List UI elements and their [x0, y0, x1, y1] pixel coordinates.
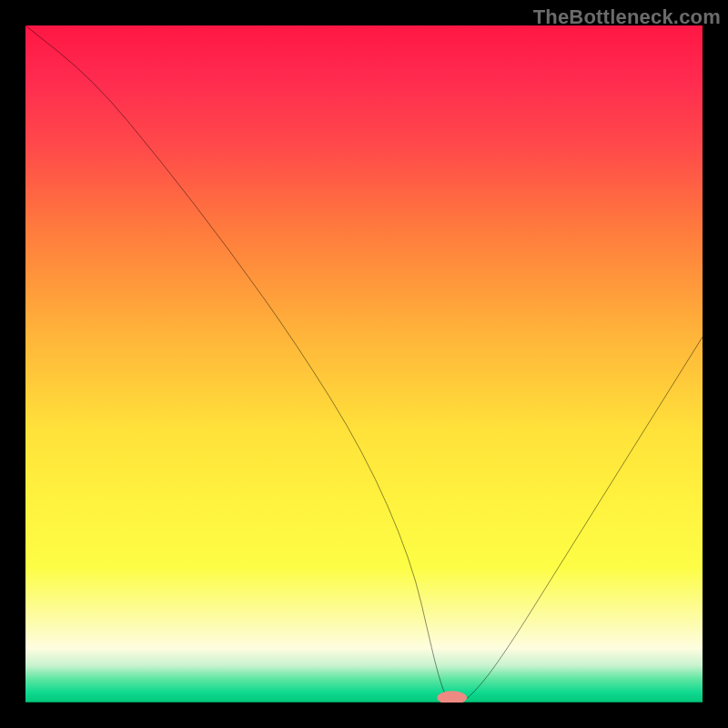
- chart-stage: TheBottleneck.com: [0, 0, 728, 728]
- chart-svg: [25, 25, 703, 703]
- gradient-background: [25, 25, 703, 703]
- plot-area: [25, 25, 703, 703]
